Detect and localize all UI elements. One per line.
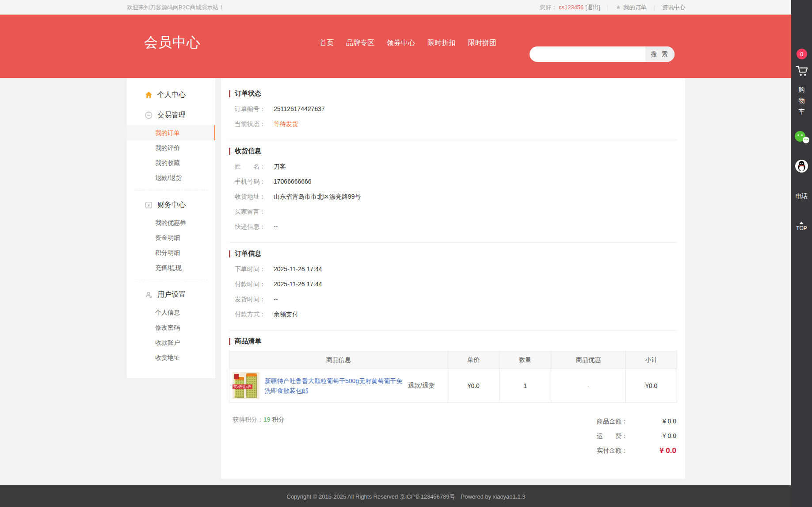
sidebar-item-payment-account[interactable]: 收款账户 (127, 335, 215, 350)
section-bar (229, 250, 230, 257)
star-icon: ★ (616, 4, 621, 11)
pay-method-label: 付款方式： (235, 307, 274, 322)
section-title: 商品清单 (235, 337, 261, 346)
username: cs123456 (559, 4, 583, 11)
sidebar-item-my-reviews[interactable]: 我的评价 (127, 140, 215, 155)
sidebar-item-points-details[interactable]: 积分明细 (127, 245, 215, 260)
order-time-value: 2025-11-26 17:44 (274, 261, 322, 277)
back-to-top-label: TOP (796, 225, 807, 231)
order-detail-panel: 订单状态 订单编号：251126174427637 当前状态：等待发货 收货信息… (221, 78, 685, 479)
section-bar (229, 148, 230, 155)
money-icon: ¥ (145, 201, 152, 209)
earned-points-suffix: 积分 (272, 416, 285, 423)
ship-time-label: 发货时间： (235, 292, 274, 307)
news-center-link[interactable]: 资讯中心 (662, 4, 685, 12)
earned-points: 获得积分：19积分 (233, 414, 285, 458)
phone-button[interactable]: 电话 (794, 192, 809, 200)
col-discount: 商品优惠 (551, 351, 626, 369)
nav-group-buy[interactable]: 限时拼团 (468, 38, 496, 48)
section-title: 订单状态 (235, 89, 261, 98)
user-gear-icon (145, 291, 152, 299)
goods-amount-value: ¥ 0.0 (628, 414, 676, 429)
nav-home[interactable]: 首页 (320, 38, 334, 48)
arrow-up-icon (799, 222, 804, 224)
exchange-icon (145, 111, 152, 119)
nav-brand-zone[interactable]: 品牌专区 (346, 38, 374, 48)
pay-method-value: 余额支付 (274, 307, 298, 322)
express-info-value: -- (274, 219, 278, 234)
copyright-text: Copyright © 2015-2025 All Rights Reserve… (287, 493, 526, 501)
earned-points-value: 19 (263, 416, 271, 423)
col-subtotal: 小计 (626, 351, 677, 369)
pay-time-value: 2025-11-26 17:44 (274, 277, 322, 292)
cart-icon[interactable] (795, 65, 809, 77)
sidebar-item-profile[interactable]: 个人信息 (127, 305, 215, 320)
product-thumbnail[interactable]: 买2斤送1斤 (233, 372, 259, 399)
floating-side-rail: 0 购物车 电话 TOP (791, 0, 812, 507)
subtotal-cell: ¥0.0 (626, 369, 677, 403)
phone-label: 手机号码： (235, 174, 274, 189)
express-info-label: 快递信息： (235, 219, 274, 234)
refund-return-link[interactable]: 退款/退货 (408, 382, 435, 390)
section-title: 收货信息 (235, 147, 261, 155)
sidebar-item-personal-center[interactable]: 个人中心 (127, 84, 215, 105)
paid-amount-label: 实付金额： (597, 443, 628, 458)
search-input[interactable] (530, 46, 645, 62)
current-status-value: 等待发货 (274, 116, 298, 131)
section-bar (229, 338, 230, 345)
pay-time-label: 付款时间： (235, 277, 274, 292)
sidebar-section-finance[interactable]: ¥ 财务中心 (127, 195, 215, 215)
thumb-price-tag (234, 374, 239, 379)
topbar-separator: | (607, 4, 609, 11)
shipping-fee-value: ¥ 0.0 (628, 429, 676, 443)
product-name-link[interactable]: 新疆特产吐鲁番大颗粒葡萄干500g无籽黄萄葡干免洗即食散装包邮 (265, 376, 403, 396)
sidebar-item-shipping-address[interactable]: 收货地址 (127, 350, 215, 365)
back-to-top-button[interactable]: TOP (796, 222, 807, 231)
goods-table-row: 买2斤送1斤 新疆特产吐鲁番大颗粒葡萄干500g无籽黄萄葡干免洗即食散装包邮 退… (229, 369, 677, 403)
nav-coupon-center[interactable]: 领券中心 (387, 38, 415, 48)
search-bar: 搜 索 (530, 46, 675, 62)
sidebar-item-my-coupons[interactable]: 我的优惠券 (127, 215, 215, 230)
order-number-value: 251126174427637 (274, 101, 325, 116)
sidebar-item-change-password[interactable]: 修改密码 (127, 320, 215, 335)
search-button[interactable]: 搜 索 (645, 46, 675, 62)
cart-count-badge[interactable]: 0 (797, 49, 807, 59)
order-info-section: 订单信息 下单时间：2025-11-26 17:44 付款时间：2025-11-… (229, 243, 677, 330)
sidebar-section-user-settings[interactable]: 用户设置 (127, 284, 215, 305)
discount-cell: - (551, 369, 626, 403)
order-time-label: 下单时间： (235, 261, 274, 277)
paid-amount-value: ¥ 0.0 (628, 443, 676, 458)
receiver-name-value: 刀客 (274, 159, 286, 174)
wechat-icon[interactable] (794, 131, 810, 144)
qq-icon[interactable] (795, 159, 808, 173)
goods-amount-label: 商品金额： (597, 414, 628, 429)
sidebar-section-trade[interactable]: 交易管理 (127, 105, 215, 125)
my-orders-link[interactable]: 我的订单 (624, 4, 647, 12)
section-title: 订单信息 (235, 250, 261, 258)
address-value: 山东省青岛市市北区漂亮路99号 (274, 189, 361, 204)
svg-text:¥: ¥ (147, 203, 150, 207)
goods-list-section: 商品清单 商品信息 单价 数量 商品优惠 小计 (229, 330, 677, 466)
earned-points-label: 获得积分： (233, 416, 263, 423)
sidebar-item-refund-return[interactable]: 退款/退货 (127, 170, 215, 185)
sidebar-item-fund-details[interactable]: 资金明细 (127, 230, 215, 245)
sidebar-item-my-orders[interactable]: 我的订单 (127, 125, 215, 140)
main-nav: 首页 品牌专区 领券中心 限时折扣 限时拼团 (320, 38, 496, 48)
logo-member-center[interactable]: 会员中心 (144, 33, 201, 52)
section-bar (229, 90, 230, 97)
logout-link[interactable]: [退出] (585, 4, 600, 12)
sidebar-item-recharge-withdraw[interactable]: 充值/提现 (127, 260, 215, 275)
welcome-text: 欢迎来到刀客源码网B2C商城演示站！ (127, 4, 224, 12)
sidebar-item-my-favorites[interactable]: 我的收藏 (127, 155, 215, 170)
site-header: 会员中心 首页 品牌专区 领券中心 限时折扣 限时拼团 搜 索 (0, 15, 812, 78)
quantity-cell: 1 (499, 369, 551, 403)
buyer-message-label: 买家留言： (235, 204, 274, 219)
home-icon (145, 91, 152, 99)
nav-flash-discount[interactable]: 限时折扣 (427, 38, 456, 48)
shipping-info-section: 收货信息 姓 名：刀客 手机号码：17066666666 收货地址：山东省青岛市… (229, 140, 677, 242)
topbar: 欢迎来到刀客源码网B2C商城演示站！ 您好： cs123456 [退出] | ★… (0, 0, 812, 15)
cart-label[interactable]: 购物车 (798, 84, 805, 117)
unit-price-cell: ¥0.0 (448, 369, 499, 403)
goods-table: 商品信息 单价 数量 商品优惠 小计 (229, 351, 677, 403)
topbar-separator: | (654, 4, 655, 11)
